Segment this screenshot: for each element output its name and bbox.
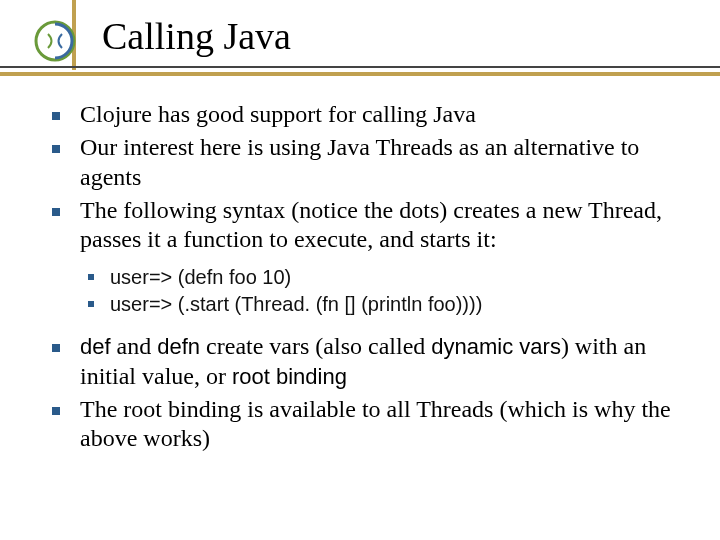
bullet-1: Clojure has good support for calling Jav… bbox=[38, 100, 690, 129]
divider-gold bbox=[0, 72, 720, 76]
keyword-defn: defn bbox=[157, 334, 200, 359]
term-root-binding: root binding bbox=[232, 364, 347, 389]
bullet-5: The root binding is available to all Thr… bbox=[38, 395, 690, 454]
code-line-1: user=> (defn foo 10) bbox=[82, 264, 690, 291]
keyword-def: def bbox=[80, 334, 111, 359]
divider-dark bbox=[0, 66, 720, 68]
bullet-4: def and defn create vars (also called dy… bbox=[38, 332, 690, 391]
slide-body: Clojure has good support for calling Jav… bbox=[38, 100, 690, 457]
term-dynamic-vars: dynamic vars bbox=[431, 334, 561, 359]
clojure-logo-icon bbox=[34, 20, 76, 62]
text-create-vars: create vars (also called bbox=[200, 333, 431, 359]
svg-point-0 bbox=[36, 22, 74, 60]
bullet-2: Our interest here is using Java Threads … bbox=[38, 133, 690, 192]
text-and: and bbox=[111, 333, 158, 359]
slide: Calling Java Clojure has good support fo… bbox=[0, 0, 720, 540]
bullet-3: The following syntax (notice the dots) c… bbox=[38, 196, 690, 255]
code-line-2: user=> (.start (Thread. (fn [] (println … bbox=[82, 291, 690, 318]
slide-title: Calling Java bbox=[102, 14, 291, 58]
